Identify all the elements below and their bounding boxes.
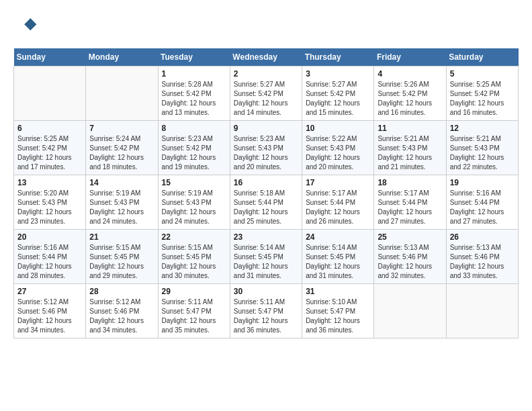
day-number: 24	[306, 232, 370, 242]
col-header-sunday: Sunday	[14, 48, 86, 66]
day-number: 16	[234, 178, 298, 187]
day-cell: 19Sunrise: 5:16 AM Sunset: 5:44 PM Dayli…	[446, 175, 518, 230]
day-cell: 8Sunrise: 5:23 AM Sunset: 5:42 PM Daylig…	[158, 121, 230, 175]
day-number: 4	[378, 69, 442, 79]
day-number: 10	[306, 124, 370, 133]
day-number: 26	[450, 232, 515, 242]
day-cell: 20Sunrise: 5:16 AM Sunset: 5:44 PM Dayli…	[14, 230, 86, 284]
day-number: 23	[234, 232, 298, 242]
day-info: Sunrise: 5:22 AM Sunset: 5:43 PM Dayligh…	[306, 134, 370, 172]
col-header-wednesday: Wednesday	[230, 48, 302, 66]
day-cell: 9Sunrise: 5:23 AM Sunset: 5:43 PM Daylig…	[230, 121, 302, 175]
day-cell: 29Sunrise: 5:11 AM Sunset: 5:47 PM Dayli…	[158, 284, 230, 338]
day-info: Sunrise: 5:14 AM Sunset: 5:45 PM Dayligh…	[234, 243, 298, 281]
day-cell: 24Sunrise: 5:14 AM Sunset: 5:45 PM Dayli…	[302, 230, 374, 284]
week-row-4: 20Sunrise: 5:16 AM Sunset: 5:44 PM Dayli…	[14, 230, 519, 284]
logo-icon	[13, 13, 38, 38]
day-cell: 14Sunrise: 5:19 AM Sunset: 5:43 PM Dayli…	[86, 175, 158, 230]
day-number: 7	[89, 124, 154, 133]
svg-marker-1	[24, 18, 36, 30]
col-header-monday: Monday	[86, 48, 158, 66]
day-number: 2	[234, 69, 298, 79]
day-info: Sunrise: 5:16 AM Sunset: 5:44 PM Dayligh…	[450, 189, 515, 226]
day-number: 27	[17, 287, 82, 296]
day-info: Sunrise: 5:13 AM Sunset: 5:46 PM Dayligh…	[378, 243, 442, 281]
day-number: 6	[17, 124, 82, 133]
day-number: 31	[306, 287, 370, 296]
day-cell: 25Sunrise: 5:13 AM Sunset: 5:46 PM Dayli…	[374, 230, 446, 284]
day-number: 1	[162, 69, 226, 79]
day-info: Sunrise: 5:27 AM Sunset: 5:42 PM Dayligh…	[234, 80, 298, 118]
col-header-friday: Friday	[374, 48, 446, 66]
day-cell: 27Sunrise: 5:12 AM Sunset: 5:46 PM Dayli…	[14, 284, 86, 338]
day-info: Sunrise: 5:25 AM Sunset: 5:42 PM Dayligh…	[17, 134, 82, 172]
day-cell: 28Sunrise: 5:12 AM Sunset: 5:46 PM Dayli…	[86, 284, 158, 338]
day-cell: 15Sunrise: 5:19 AM Sunset: 5:43 PM Dayli…	[158, 175, 230, 230]
day-info: Sunrise: 5:16 AM Sunset: 5:44 PM Dayligh…	[17, 243, 82, 281]
day-cell: 12Sunrise: 5:21 AM Sunset: 5:43 PM Dayli…	[446, 121, 518, 175]
day-info: Sunrise: 5:14 AM Sunset: 5:45 PM Dayligh…	[306, 243, 370, 281]
day-number: 19	[450, 178, 515, 187]
day-cell: 4Sunrise: 5:26 AM Sunset: 5:42 PM Daylig…	[374, 66, 446, 121]
day-number: 17	[306, 178, 370, 187]
day-number: 20	[17, 232, 82, 242]
day-cell: 23Sunrise: 5:14 AM Sunset: 5:45 PM Dayli…	[230, 230, 302, 284]
day-cell: 26Sunrise: 5:13 AM Sunset: 5:46 PM Dayli…	[446, 230, 518, 284]
day-cell: 17Sunrise: 5:17 AM Sunset: 5:44 PM Dayli…	[302, 175, 374, 230]
day-info: Sunrise: 5:28 AM Sunset: 5:42 PM Dayligh…	[162, 80, 226, 118]
day-number: 5	[450, 69, 515, 79]
calendar-table: SundayMondayTuesdayWednesdayThursdayFrid…	[13, 48, 519, 338]
day-info: Sunrise: 5:17 AM Sunset: 5:44 PM Dayligh…	[378, 189, 442, 226]
day-cell: 30Sunrise: 5:11 AM Sunset: 5:47 PM Dayli…	[230, 284, 302, 338]
day-number: 25	[378, 232, 442, 242]
day-info: Sunrise: 5:15 AM Sunset: 5:45 PM Dayligh…	[89, 243, 154, 281]
day-number: 8	[162, 124, 226, 133]
day-cell	[374, 284, 446, 338]
day-info: Sunrise: 5:24 AM Sunset: 5:42 PM Dayligh…	[89, 134, 154, 172]
day-info: Sunrise: 5:17 AM Sunset: 5:44 PM Dayligh…	[306, 189, 370, 226]
day-info: Sunrise: 5:10 AM Sunset: 5:47 PM Dayligh…	[306, 298, 370, 335]
col-header-saturday: Saturday	[446, 48, 518, 66]
col-header-thursday: Thursday	[302, 48, 374, 66]
day-number: 9	[234, 124, 298, 133]
day-number: 28	[89, 287, 154, 296]
day-info: Sunrise: 5:12 AM Sunset: 5:46 PM Dayligh…	[89, 298, 154, 335]
day-number: 22	[162, 232, 226, 242]
day-info: Sunrise: 5:11 AM Sunset: 5:47 PM Dayligh…	[162, 298, 226, 335]
day-info: Sunrise: 5:11 AM Sunset: 5:47 PM Dayligh…	[234, 298, 298, 335]
week-row-3: 13Sunrise: 5:20 AM Sunset: 5:43 PM Dayli…	[14, 175, 519, 230]
day-cell	[86, 66, 158, 121]
day-cell	[446, 284, 518, 338]
day-info: Sunrise: 5:19 AM Sunset: 5:43 PM Dayligh…	[162, 189, 226, 226]
week-row-5: 27Sunrise: 5:12 AM Sunset: 5:46 PM Dayli…	[14, 284, 519, 338]
day-info: Sunrise: 5:12 AM Sunset: 5:46 PM Dayligh…	[17, 298, 82, 335]
day-cell: 1Sunrise: 5:28 AM Sunset: 5:42 PM Daylig…	[158, 66, 230, 121]
day-cell: 10Sunrise: 5:22 AM Sunset: 5:43 PM Dayli…	[302, 121, 374, 175]
day-cell: 13Sunrise: 5:20 AM Sunset: 5:43 PM Dayli…	[14, 175, 86, 230]
day-cell: 5Sunrise: 5:25 AM Sunset: 5:42 PM Daylig…	[446, 66, 518, 121]
day-info: Sunrise: 5:23 AM Sunset: 5:42 PM Dayligh…	[162, 134, 226, 172]
day-info: Sunrise: 5:23 AM Sunset: 5:43 PM Dayligh…	[234, 134, 298, 172]
day-number: 21	[89, 232, 154, 242]
day-info: Sunrise: 5:19 AM Sunset: 5:43 PM Dayligh…	[89, 189, 154, 226]
day-number: 11	[378, 124, 442, 133]
day-cell: 16Sunrise: 5:18 AM Sunset: 5:44 PM Dayli…	[230, 175, 302, 230]
day-cell: 31Sunrise: 5:10 AM Sunset: 5:47 PM Dayli…	[302, 284, 374, 338]
day-cell: 7Sunrise: 5:24 AM Sunset: 5:42 PM Daylig…	[86, 121, 158, 175]
logo	[13, 13, 40, 38]
day-info: Sunrise: 5:26 AM Sunset: 5:42 PM Dayligh…	[378, 80, 442, 118]
day-info: Sunrise: 5:18 AM Sunset: 5:44 PM Dayligh…	[234, 189, 298, 226]
day-info: Sunrise: 5:25 AM Sunset: 5:42 PM Dayligh…	[450, 80, 515, 118]
day-info: Sunrise: 5:21 AM Sunset: 5:43 PM Dayligh…	[378, 134, 442, 172]
day-cell: 22Sunrise: 5:15 AM Sunset: 5:45 PM Dayli…	[158, 230, 230, 284]
day-cell: 6Sunrise: 5:25 AM Sunset: 5:42 PM Daylig…	[14, 121, 86, 175]
day-info: Sunrise: 5:13 AM Sunset: 5:46 PM Dayligh…	[450, 243, 515, 281]
day-cell: 11Sunrise: 5:21 AM Sunset: 5:43 PM Dayli…	[374, 121, 446, 175]
day-info: Sunrise: 5:20 AM Sunset: 5:43 PM Dayligh…	[17, 189, 82, 226]
col-header-tuesday: Tuesday	[158, 48, 230, 66]
day-number: 29	[162, 287, 226, 296]
day-number: 13	[17, 178, 82, 187]
day-cell: 21Sunrise: 5:15 AM Sunset: 5:45 PM Dayli…	[86, 230, 158, 284]
page-header	[13, 13, 519, 38]
week-row-1: 1Sunrise: 5:28 AM Sunset: 5:42 PM Daylig…	[14, 66, 519, 121]
